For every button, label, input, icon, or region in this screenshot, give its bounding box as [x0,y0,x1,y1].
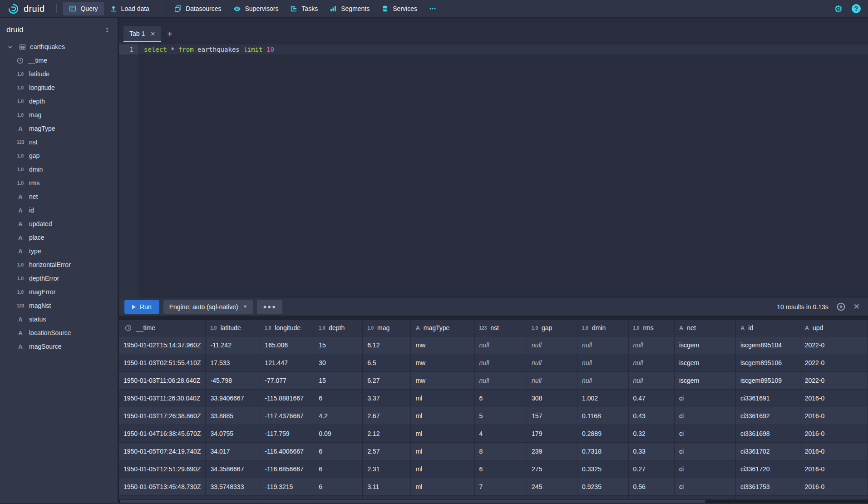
table-cell[interactable]: null [628,371,674,389]
table-cell[interactable]: 2016-0 [800,442,868,460]
table-cell[interactable] [474,495,527,499]
plus-icon[interactable]: + [161,26,178,42]
table-cell[interactable]: 2.12 [363,425,411,442]
scrollbar-thumb[interactable] [120,500,705,503]
table-cell[interactable]: -119.3215 [260,478,314,495]
chevron-down-icon[interactable] [5,44,15,50]
results-header-depth[interactable]: 1.0depth [314,320,363,336]
table-cell[interactable]: 1950-01-03T11:26:30.040Z [119,389,206,407]
table-cell[interactable] [527,495,577,499]
column-item-magSource[interactable]: AmagSource [0,340,118,353]
table-cell[interactable]: 34.017 [206,442,260,460]
table-cell[interactable]: 179 [527,425,577,442]
table-cell[interactable]: null [474,336,527,354]
table-cell[interactable]: ci3361720 [735,460,800,478]
table-cell[interactable]: ci [674,442,735,460]
column-item-magType[interactable]: AmagType [0,122,118,135]
table-cell[interactable]: 6.5 [363,354,411,371]
table-cell[interactable] [314,495,363,499]
table-cell[interactable]: 6 [314,442,363,460]
help-icon[interactable]: ? [852,4,861,13]
sql-editor[interactable]: 1 select * from earthquakes limit 10 [119,42,868,298]
table-cell[interactable]: 2016-0 [800,389,868,407]
column-item-magError[interactable]: 1.0magError [0,285,118,299]
table-cell[interactable]: 0.32 [628,425,674,442]
table-cell[interactable]: 0.47 [628,389,674,407]
table-cell[interactable]: iscgem [674,371,735,389]
table-cell[interactable]: 1.002 [577,389,628,407]
gear-icon[interactable]: ⚙ [834,4,843,14]
table-cell[interactable]: 0.56 [628,478,674,495]
table-cell[interactable]: 5 [474,407,527,425]
table-cell[interactable]: 165.006 [260,336,314,354]
column-item-horizontalError[interactable]: 1.0horizontalError [0,258,118,272]
table-cell[interactable] [411,495,474,499]
results-header-net[interactable]: Anet [674,320,735,336]
column-item-rms[interactable]: 1.0rms [0,176,118,190]
table-cell[interactable]: 245 [527,478,577,495]
table-cell[interactable]: 8 [474,442,527,460]
column-item-type[interactable]: Atype [0,244,118,258]
column-item-updated[interactable]: Aupdated [0,217,118,231]
table-cell[interactable]: iscgem895104 [735,336,800,354]
druid-logo[interactable]: druid [7,3,44,15]
table-cell[interactable]: 15 [314,371,363,389]
table-cell[interactable]: ci3361702 [735,442,800,460]
table-cell[interactable]: 0.27 [628,460,674,478]
table-cell[interactable]: 2.67 [363,407,411,425]
results-header-latitude[interactable]: 1.0latitude [206,320,260,336]
table-cell[interactable] [206,495,260,499]
table-cell[interactable] [674,495,735,499]
column-item-status[interactable]: Astatus [0,312,118,326]
table-cell[interactable]: -45.798 [206,371,260,389]
table-cell[interactable]: 2022-0 [800,371,868,389]
table-cell[interactable]: null [474,371,527,389]
table-cell[interactable]: 1950-01-05T13:45:48.730Z [119,478,206,495]
results-header-rms[interactable]: 1.0rms [628,320,674,336]
table-cell[interactable]: ci [674,389,735,407]
column-item-dmin[interactable]: 1.0dmin [0,163,118,176]
nav-item-load-data[interactable]: Load data [104,2,155,15]
table-cell[interactable] [735,495,800,499]
table-cell[interactable]: ci [674,478,735,495]
horizontal-scrollbar[interactable] [119,499,868,503]
nav-item-datasources[interactable]: Datasources [168,2,227,15]
results-header-nst[interactable]: 123nst [474,320,527,336]
table-cell[interactable]: 0.2889 [577,425,628,442]
table-cell[interactable]: 17.533 [206,354,260,371]
table-cell[interactable]: ml [411,407,474,425]
table-cell[interactable]: 33.8885 [206,407,260,425]
table-cell[interactable]: iscgem [674,336,735,354]
column-item-magNst[interactable]: 123magNst [0,299,118,312]
table-cell[interactable]: iscgem895106 [735,354,800,371]
table-cell[interactable]: mw [411,336,474,354]
table-cell[interactable]: ci [674,407,735,425]
double-caret-vertical-icon[interactable] [104,27,110,33]
sql-line-1[interactable]: select * from earthquakes limit 10 [138,44,868,54]
table-cell[interactable]: 1950-01-03T17:26:38.860Z [119,407,206,425]
editor-code[interactable]: select * from earthquakes limit 10 [138,42,868,298]
table-cell[interactable]: 7 [474,478,527,495]
table-cell[interactable]: 2016-0 [800,407,868,425]
table-cell[interactable] [119,495,206,499]
table-cell[interactable]: 1950-01-03T02:51:55.410Z [119,354,206,371]
table-cell[interactable]: 157 [527,407,577,425]
table-cell[interactable]: null [474,354,527,371]
table-cell[interactable]: 0.09 [314,425,363,442]
results-header-longitude[interactable]: 1.0longitude [260,320,314,336]
table-cell[interactable]: -115.8881667 [260,389,314,407]
nav-item-tasks[interactable]: Tasks [284,2,324,15]
table-cell[interactable]: 0.43 [628,407,674,425]
table-cell[interactable]: 6 [314,460,363,478]
table-cell[interactable]: null [628,336,674,354]
table-cell[interactable]: 15 [314,336,363,354]
table-cell[interactable]: -77.077 [260,371,314,389]
table-cell[interactable]: 1950-01-04T16:38:45.670Z [119,425,206,442]
table-cell[interactable]: 6.12 [363,336,411,354]
column-item-gap[interactable]: 1.0gap [0,149,118,163]
table-cell[interactable]: null [577,354,628,371]
nav-item-segments[interactable]: Segments [324,2,375,15]
table-cell[interactable]: 30 [314,354,363,371]
table-cell[interactable]: 33.5748333 [206,478,260,495]
table-cell[interactable]: -117.4376667 [260,407,314,425]
